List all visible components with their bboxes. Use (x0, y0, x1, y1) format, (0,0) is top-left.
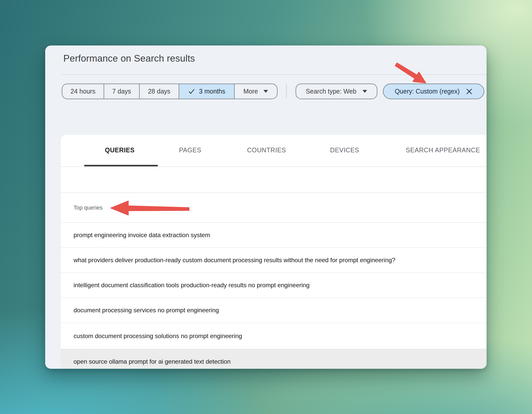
search-type-label: Search type: Web (306, 88, 356, 95)
date-range-label: 3 months (199, 88, 225, 95)
date-range-label: 7 days (112, 88, 131, 95)
date-range-28-days[interactable]: 28 days (140, 84, 179, 99)
date-range-24-hours[interactable]: 24 hours (62, 84, 104, 99)
search-type-filter[interactable]: Search type: Web (296, 84, 377, 99)
performance-card: Performance on Search results 24 hours 7… (45, 45, 487, 369)
query-row-highlighted[interactable]: open source ollama prompt for ai generat… (61, 349, 487, 369)
query-row[interactable]: custom document processing solutions no … (61, 323, 487, 349)
checkmark-icon (188, 88, 195, 95)
title-divider (62, 74, 487, 75)
date-range-filter: 24 hours 7 days 28 days 3 months More (62, 84, 277, 99)
query-text: document processing services no prompt e… (74, 307, 219, 314)
query-text: what providers deliver production-ready … (74, 257, 395, 264)
more-label: More (244, 88, 258, 95)
tab-pages[interactable]: PAGES (179, 135, 201, 165)
date-range-3-months-selected[interactable]: 3 months (179, 84, 235, 99)
tab-countries[interactable]: COUNTRIES (247, 135, 286, 165)
active-tab-underline (84, 165, 158, 166)
tab-label: COUNTRIES (247, 146, 286, 154)
query-chip-label: Query: Custom (regex) (395, 88, 460, 95)
query-row[interactable]: what providers deliver production-ready … (61, 248, 487, 273)
chevron-down-icon (362, 90, 367, 93)
chevron-down-icon (263, 90, 268, 93)
tab-label: SEARCH APPEARANCE (406, 146, 480, 154)
date-range-more-button[interactable]: More (235, 84, 277, 99)
filter-separator (286, 85, 287, 98)
query-row[interactable]: document processing services no prompt e… (61, 298, 487, 323)
query-text: prompt engineering invoice data extracti… (74, 232, 210, 239)
tab-label: QUERIES (105, 146, 135, 154)
query-text: intelligent document classification tool… (74, 282, 310, 289)
tab-label: PAGES (179, 146, 201, 154)
query-row[interactable]: prompt engineering invoice data extracti… (61, 223, 487, 248)
table-toolbar-row (61, 167, 487, 193)
date-range-label: 24 hours (70, 88, 95, 95)
query-text: custom document processing solutions no … (74, 332, 242, 340)
query-filter-chip[interactable]: Query: Custom (regex) (383, 84, 484, 99)
tab-bar: QUERIES PAGES COUNTRIES DEVICES SEARCH A… (61, 135, 487, 167)
tab-label: DEVICES (330, 146, 359, 154)
top-queries-label: Top queries (74, 204, 103, 211)
tab-search-appearance[interactable]: SEARCH APPEARANCE (406, 135, 480, 165)
page-title: Performance on Search results (63, 53, 195, 64)
report-panel: QUERIES PAGES COUNTRIES DEVICES SEARCH A… (61, 135, 487, 369)
tab-queries[interactable]: QUERIES (105, 135, 135, 165)
top-queries-column-header[interactable]: Top queries (61, 193, 487, 223)
query-row[interactable]: intelligent document classification tool… (61, 273, 487, 298)
query-text: open source ollama prompt for ai generat… (74, 358, 231, 365)
date-range-7-days[interactable]: 7 days (104, 84, 140, 99)
desktop-background: Performance on Search results 24 hours 7… (0, 0, 532, 414)
tab-devices[interactable]: DEVICES (330, 135, 359, 165)
close-icon[interactable] (466, 88, 473, 95)
date-range-label: 28 days (148, 88, 171, 95)
